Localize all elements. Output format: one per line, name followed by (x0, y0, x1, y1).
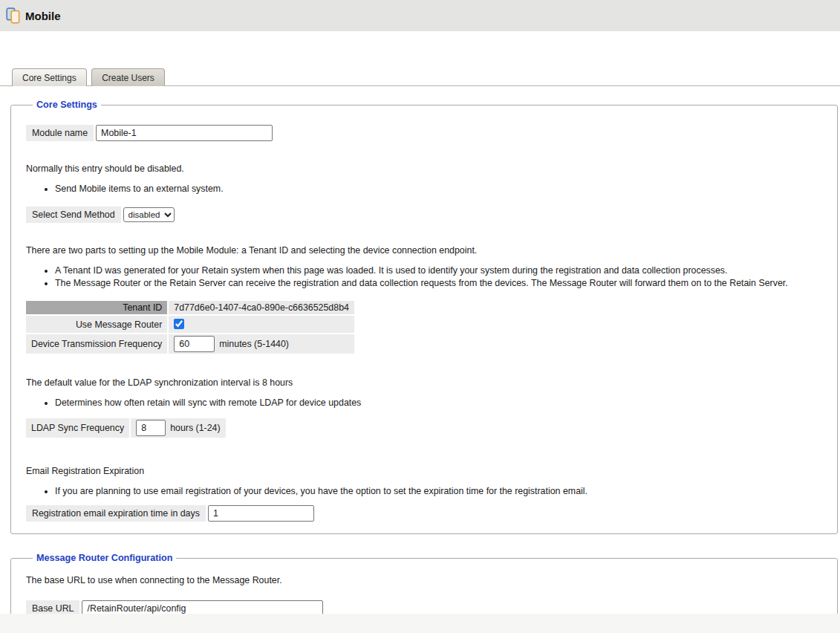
email-expiration-label: Registration email expiration time in da… (26, 505, 206, 522)
email-expiration-row: Registration email expiration time in da… (26, 505, 822, 522)
email-expiration-bullets: If you are planning to use email registr… (26, 486, 822, 496)
bullet-item: Send Mobile items to an external system. (55, 184, 822, 194)
use-message-router-label: Use Message Router (26, 316, 167, 333)
tenant-bullets: A Tenant ID was generated for your Retai… (26, 265, 822, 288)
device-transmission-label: Device Transmission Frequency (26, 334, 167, 354)
ldap-sync-input[interactable] (136, 420, 166, 436)
send-method-bullets: Send Mobile items to an external system. (26, 184, 822, 194)
send-method-label: Select Send Method (26, 207, 121, 223)
page-header: Mobile (0, 0, 840, 31)
bullet-item: If you are planning to use email registr… (55, 486, 822, 496)
table-row: Use Message Router (26, 316, 354, 333)
base-url-input[interactable] (82, 600, 323, 614)
message-router-legend: Message Router Configuration (33, 553, 176, 563)
tenant-intro: There are two parts to setting up the Mo… (26, 245, 822, 256)
send-method-note: Normally this entry should be disabled. (26, 163, 822, 174)
base-url-note: The base URL to use when connecting to t… (26, 575, 822, 585)
page: Mobile Core Settings Create Users Core S… (0, 0, 840, 614)
ldap-sync-cell: hours (1-24) (131, 418, 226, 438)
tab-bar: Core Settings Create Users (0, 68, 840, 86)
message-router-section: Message Router Configuration The base UR… (10, 553, 838, 614)
bullet-item: The Message Router or the Retain Server … (55, 278, 822, 288)
use-message-router-cell (169, 316, 354, 333)
base-url-label: Base URL (26, 600, 79, 614)
use-message-router-checkbox[interactable] (174, 319, 184, 329)
module-name-input[interactable] (96, 125, 273, 141)
bullet-item: Determines how often retain will sync wi… (55, 397, 822, 408)
tab-create-users[interactable]: Create Users (91, 68, 165, 86)
core-settings-legend: Core Settings (33, 100, 101, 110)
email-expiration-input[interactable] (208, 505, 314, 522)
table-row: Device Transmission Frequency minutes (5… (26, 334, 354, 354)
page-title: Mobile (25, 10, 61, 22)
ldap-note: The default value for the LDAP synchroni… (26, 377, 822, 388)
tab-core-settings[interactable]: Core Settings (12, 68, 87, 86)
device-transmission-input[interactable] (174, 336, 215, 352)
core-settings-section: Core Settings Module name Normally this … (10, 100, 838, 534)
email-expiration-note: Email Registration Expiration (26, 466, 822, 476)
ldap-sync-table: LDAP Sync Frequency hours (1-24) (25, 417, 227, 439)
mobile-devices-icon (6, 7, 21, 24)
send-method-select[interactable]: disabled (123, 207, 175, 222)
base-url-row: Base URL (26, 600, 822, 614)
module-name-row: Module name (26, 125, 822, 141)
device-transmission-suffix: minutes (5-1440) (219, 339, 289, 349)
bullet-item: A Tenant ID was generated for your Retai… (55, 265, 822, 276)
table-row: LDAP Sync Frequency hours (1-24) (26, 418, 226, 438)
send-method-row: Select Send Method disabled (26, 207, 822, 223)
module-name-label: Module name (26, 125, 94, 141)
tenant-id-value: 7d77d6e0-1407-4ca0-890e-c6636525d8b4 (169, 301, 354, 314)
tenant-config-table: Tenant ID 7d77d6e0-1407-4ca0-890e-c66365… (25, 299, 356, 355)
tenant-id-label: Tenant ID (26, 301, 167, 314)
ldap-bullets: Determines how often retain will sync wi… (26, 397, 822, 408)
ldap-sync-suffix: hours (1-24) (170, 423, 221, 433)
device-transmission-cell: minutes (5-1440) (169, 334, 354, 354)
table-row: Tenant ID 7d77d6e0-1407-4ca0-890e-c66365… (26, 301, 354, 314)
ldap-sync-label: LDAP Sync Frequency (26, 418, 129, 438)
